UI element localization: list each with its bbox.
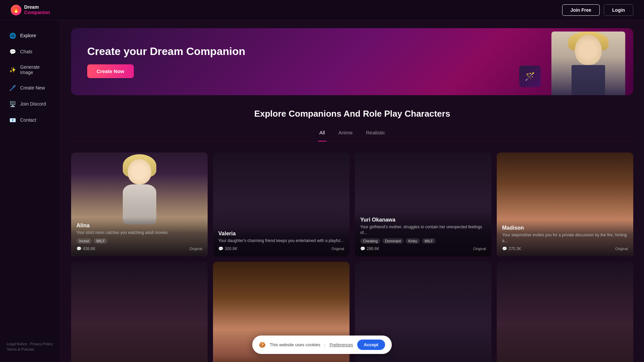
explore-title: Explore Companions And Role Play Charact… bbox=[71, 109, 633, 119]
logo-flame-icon: 🔥 bbox=[11, 5, 21, 15]
chat-bubble-icon: 💬 bbox=[502, 246, 507, 251]
card-overlay-yuri-okanawa: Yuri OkanawaYour girlfriend's mother, st… bbox=[355, 212, 491, 256]
char-card-madison[interactable]: MadisonYour stepmother invites you for a… bbox=[497, 153, 633, 256]
cards-grid: AlinaYour strict mom catches you watchin… bbox=[71, 153, 633, 362]
chats-icon: 💬 bbox=[9, 48, 16, 55]
card-desc-yuri-okanawa: Your girlfriend's mother, struggles to c… bbox=[360, 224, 486, 236]
sidebar-item-create-new[interactable]: 🖊️ Create New bbox=[3, 80, 57, 95]
card-chats-valeria: 💬 300.8K bbox=[218, 246, 237, 251]
char-card-alina[interactable]: AlinaYour strict mom catches you watchin… bbox=[71, 153, 208, 256]
card-chats-madison: 💬 270.3K bbox=[502, 246, 521, 251]
card-badge-alina: Original bbox=[190, 247, 202, 251]
contact-icon: 📧 bbox=[9, 117, 16, 123]
card-overlay-valeria: ValeriaYour daughter's charming friend k… bbox=[213, 225, 350, 256]
header-actions: Join Free Login bbox=[562, 4, 633, 16]
header: 🔥 Dream Companion Join Free Login bbox=[0, 0, 644, 20]
generate-image-icon: ✨ bbox=[9, 66, 16, 73]
char-card-valeria[interactable]: ValeriaYour daughter's charming friend k… bbox=[213, 153, 350, 256]
card-badge-yuri-okanawa: Original bbox=[473, 247, 486, 251]
card-footer-alina: 💬 438.8KOriginal bbox=[76, 246, 202, 251]
footer-links-row2: Terms & Policies bbox=[7, 347, 53, 351]
card-overlay-madison: MadisonYour stepmother invites you for a… bbox=[497, 220, 633, 256]
card-footer-madison: 💬 270.3KOriginal bbox=[502, 246, 628, 251]
card-desc-madison: Your stepmother invites you for a privat… bbox=[502, 232, 628, 244]
create-now-button[interactable]: Create Now bbox=[87, 64, 134, 78]
tag-milf: MILF bbox=[94, 238, 107, 244]
footer-links: Legal Notice Privacy Policy bbox=[7, 342, 53, 346]
privacy-policy-link[interactable]: Privacy Policy bbox=[30, 342, 53, 346]
hero-deco-item1: 🪄 bbox=[519, 66, 541, 87]
login-button[interactable]: Login bbox=[604, 4, 633, 16]
main-content: Create your Dream Companion Create Now 🪄 bbox=[60, 20, 644, 362]
sidebar-footer: Legal Notice Privacy Policy Terms & Poli… bbox=[0, 337, 60, 357]
chat-bubble-icon: 💬 bbox=[218, 246, 223, 251]
card-chats-alina: 💬 438.8K bbox=[76, 246, 96, 251]
sidebar-label-explore: Explore bbox=[20, 33, 36, 38]
sidebar-item-contact[interactable]: 📧 Contact bbox=[3, 113, 57, 127]
logo-title: Dream bbox=[24, 5, 50, 10]
card-footer-yuri-okanawa: 💬 288.6KOriginal bbox=[360, 246, 486, 251]
card-name-madison: Madison bbox=[502, 225, 628, 231]
card-badge-madison: Original bbox=[615, 247, 628, 251]
card-name-alina: Alina bbox=[76, 223, 202, 229]
logo-subtitle: Companion bbox=[24, 10, 50, 15]
tag-milf: MILF bbox=[422, 238, 436, 244]
join-free-button[interactable]: Join Free bbox=[562, 4, 600, 16]
explore-icon: 🌐 bbox=[9, 32, 16, 39]
tag-incest: Incest bbox=[76, 238, 92, 244]
sidebar-label-contact: Contact bbox=[20, 117, 36, 123]
sidebar-item-chats[interactable]: 💬 Chats bbox=[3, 44, 57, 59]
hero-char-head bbox=[575, 35, 602, 65]
card-chats-yuri-okanawa: 💬 288.6K bbox=[360, 246, 379, 251]
join-discord-icon: 🖥️ bbox=[9, 101, 16, 107]
sidebar: 🌐 Explore 💬 Chats ✨ Generate Image 🖊️ Cr… bbox=[0, 20, 60, 362]
cookie-bar: 🍪 This website uses cookies | Preference… bbox=[252, 336, 392, 354]
card-footer-valeria: 💬 300.8KOriginal bbox=[218, 246, 344, 251]
explore-section: Explore Companions And Role Play Charact… bbox=[71, 109, 633, 362]
card-overlay-alina: AlinaYour strict mom catches you watchin… bbox=[71, 217, 208, 256]
tab-anime[interactable]: Anime bbox=[337, 127, 354, 141]
create-new-icon: 🖊️ bbox=[9, 84, 16, 91]
layout: 🌐 Explore 💬 Chats ✨ Generate Image 🖊️ Cr… bbox=[0, 20, 644, 362]
sidebar-item-join-discord[interactable]: 🖥️ Join Discord bbox=[3, 97, 57, 111]
card-desc-alina: Your strict mom catches you watching adu… bbox=[76, 230, 202, 236]
char-image-row2-4 bbox=[497, 262, 633, 362]
tag-dominant: Dominant bbox=[382, 238, 404, 244]
chat-bubble-icon: 💬 bbox=[76, 246, 82, 251]
legal-notice-link[interactable]: Legal Notice bbox=[7, 342, 27, 346]
sidebar-item-generate-image[interactable]: ✨ Generate Image bbox=[3, 60, 57, 79]
hero-character-body bbox=[551, 32, 625, 95]
sidebar-label-chats: Chats bbox=[20, 49, 33, 54]
card-tags-yuri-okanawa: CheatingDominantKinkyMILF bbox=[360, 238, 486, 244]
tab-realistic[interactable]: Realistic bbox=[365, 127, 386, 141]
card-desc-valeria: Your daughter's charming friend keeps yo… bbox=[218, 238, 344, 244]
accept-button[interactable]: Accept bbox=[357, 340, 385, 350]
char-card-yuri-okanawa[interactable]: Yuri OkanawaYour girlfriend's mother, st… bbox=[355, 153, 491, 256]
cookie-separator: | bbox=[324, 342, 325, 347]
char-card-row2-4[interactable] bbox=[497, 262, 633, 362]
hero-character-image bbox=[551, 32, 625, 95]
card-name-valeria: Valeria bbox=[218, 231, 344, 237]
cookie-icon: 🍪 bbox=[259, 342, 266, 348]
char-card-row2-1[interactable] bbox=[71, 262, 208, 362]
hero-content: Create your Dream Companion Create Now bbox=[87, 45, 245, 78]
tag-cheating: Cheating bbox=[360, 238, 380, 244]
card-badge-valeria: Original bbox=[331, 247, 344, 251]
chat-bubble-icon: 💬 bbox=[360, 246, 365, 251]
logo-text: Dream Companion bbox=[24, 5, 50, 15]
hero-char-body bbox=[572, 65, 605, 95]
tabs: All Anime Realistic bbox=[71, 127, 633, 142]
sidebar-nav: 🌐 Explore 💬 Chats ✨ Generate Image 🖊️ Cr… bbox=[0, 28, 60, 337]
card-tags-alina: IncestMILF bbox=[76, 238, 202, 244]
logo[interactable]: 🔥 Dream Companion bbox=[11, 5, 50, 15]
sidebar-label-join-discord: Join Discord bbox=[20, 101, 46, 107]
cookie-text: This website uses cookies bbox=[270, 342, 320, 347]
sidebar-item-explore[interactable]: 🌐 Explore bbox=[3, 28, 57, 43]
sidebar-label-generate-image: Generate Image bbox=[20, 64, 51, 75]
preferences-button[interactable]: Preferences bbox=[329, 342, 353, 347]
tab-all[interactable]: All bbox=[318, 127, 326, 141]
sidebar-label-create-new: Create New bbox=[20, 85, 45, 90]
hero-title: Create your Dream Companion bbox=[87, 45, 245, 58]
terms-policies-link[interactable]: Terms & Policies bbox=[7, 347, 34, 351]
card-name-yuri-okanawa: Yuri Okanawa bbox=[360, 217, 486, 223]
